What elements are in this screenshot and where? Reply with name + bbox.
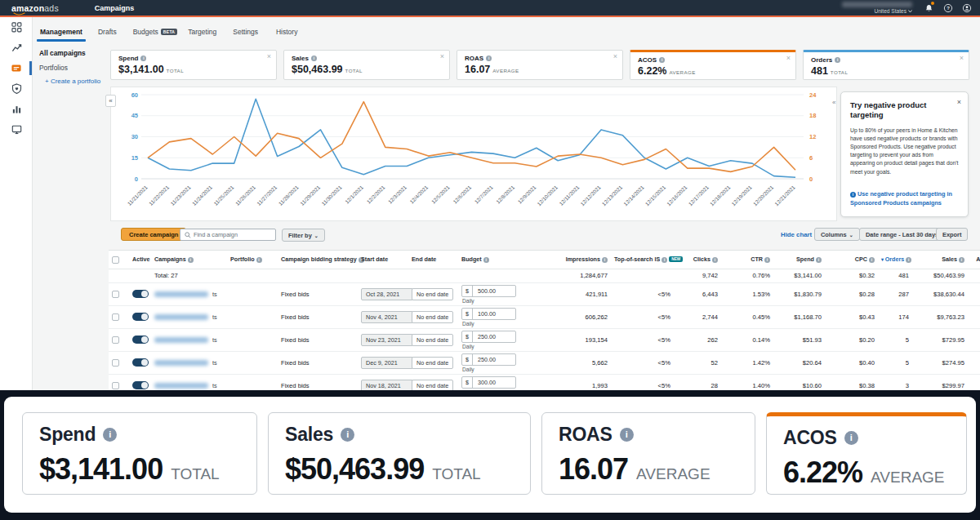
column-header-portfolio[interactable]: Portfolio i bbox=[227, 251, 278, 269]
tab-management[interactable]: Management bbox=[40, 28, 82, 36]
start-date-field[interactable]: Nov 18, 2021 bbox=[361, 380, 413, 391]
filter-by-button[interactable]: Filter by⌄ bbox=[282, 229, 325, 242]
info-icon[interactable]: i bbox=[659, 57, 665, 63]
budget-field[interactable]: $100.00 bbox=[461, 308, 516, 320]
column-header-cpc[interactable]: CPC i bbox=[825, 251, 878, 269]
info-icon[interactable]: i bbox=[869, 257, 875, 263]
date-range-button[interactable]: Date range - Last 30 days bbox=[859, 228, 945, 241]
tab-drafts[interactable]: Drafts bbox=[98, 28, 117, 36]
budget-field[interactable]: $250.00 bbox=[461, 331, 516, 343]
column-header-budget[interactable]: Budget i bbox=[458, 251, 562, 269]
info-icon[interactable]: i bbox=[835, 57, 840, 63]
column-header-impressions[interactable]: Impressions i bbox=[562, 251, 611, 269]
info-icon[interactable]: i bbox=[602, 257, 608, 263]
close-icon[interactable]: × bbox=[786, 55, 791, 62]
budget-field[interactable]: $250.00 bbox=[461, 353, 516, 366]
info-icon[interactable]: i bbox=[483, 257, 489, 263]
column-header-start-date[interactable]: Start date bbox=[358, 251, 408, 269]
budget-field[interactable]: $500.00 bbox=[461, 285, 516, 297]
info-icon[interactable]: i bbox=[712, 257, 718, 263]
metric-card-sales[interactable]: Salesi $50,463.99TOTAL × bbox=[283, 50, 450, 80]
info-icon[interactable]: i bbox=[256, 257, 262, 263]
campaign-name-redacted[interactable] bbox=[154, 291, 208, 297]
promo-collapse-icon[interactable]: « bbox=[832, 99, 835, 106]
info-icon[interactable]: i bbox=[311, 56, 317, 61]
select-all-checkbox[interactable] bbox=[112, 256, 119, 264]
metric-card-spend[interactable]: Spendi $3,141.00TOTAL × bbox=[110, 50, 277, 80]
info-icon[interactable]: i bbox=[906, 257, 911, 263]
close-icon[interactable]: × bbox=[960, 55, 964, 62]
metric-card-orders[interactable]: Ordersi 481TOTAL × bbox=[803, 50, 969, 80]
start-date-field[interactable]: Nov 23, 2021 bbox=[361, 334, 413, 346]
close-icon[interactable]: × bbox=[440, 53, 444, 60]
start-date-field[interactable]: Nov 4, 2021 bbox=[361, 311, 413, 323]
info-icon[interactable]: i bbox=[816, 257, 822, 263]
account-profile-icon[interactable] bbox=[961, 2, 972, 13]
column-header-acos[interactable]: ACOS bbox=[968, 251, 980, 269]
campaign-active-toggle[interactable] bbox=[132, 358, 149, 367]
column-header-end-date[interactable]: End date bbox=[408, 251, 458, 269]
chart-collapse-button[interactable]: « bbox=[105, 95, 116, 107]
recommendation-link[interactable]: iUse negative product targeting in Spons… bbox=[850, 190, 961, 208]
sidebar-item-campaigns[interactable] bbox=[0, 58, 33, 78]
region-selector[interactable]: United States bbox=[874, 8, 912, 14]
tab-settings[interactable]: Settings bbox=[233, 28, 258, 36]
create-campaign-button[interactable]: Create campaign bbox=[121, 228, 186, 241]
column-header-active[interactable]: Active bbox=[129, 251, 151, 269]
column-header-orders[interactable]: ▾ Orders i bbox=[878, 251, 912, 269]
campaign-active-toggle[interactable] bbox=[132, 381, 149, 389]
sidebar-item-access[interactable] bbox=[0, 119, 33, 140]
column-header-spend[interactable]: Spend i bbox=[773, 251, 825, 269]
info-icon[interactable]: i bbox=[959, 257, 964, 263]
info-icon[interactable]: i bbox=[662, 257, 667, 263]
metric-card-acos[interactable]: ACOSi 6.22%AVERAGE × bbox=[630, 50, 796, 80]
notifications-bell-icon[interactable] bbox=[924, 2, 934, 13]
sidebar-item-portfolios[interactable]: Portfolios bbox=[39, 64, 109, 72]
campaign-name-redacted[interactable] bbox=[154, 360, 208, 366]
columns-button[interactable]: Columns⌄ bbox=[814, 228, 860, 241]
budget-field[interactable]: $300.00 bbox=[461, 376, 516, 389]
campaign-name-redacted[interactable] bbox=[154, 314, 208, 320]
sidebar-item-performance[interactable] bbox=[0, 38, 33, 58]
sidebar-item-brand-safety[interactable] bbox=[0, 78, 33, 99]
end-date-field[interactable]: No end date bbox=[412, 288, 453, 300]
campaign-name-redacted[interactable] bbox=[154, 337, 208, 343]
column-header-top-of-search-is[interactable]: Top-of-search IS iNEW bbox=[611, 251, 674, 269]
info-icon[interactable]: i bbox=[486, 56, 492, 61]
start-date-field[interactable]: Dec 9, 2021 bbox=[361, 357, 413, 369]
start-date-field[interactable]: Oct 28, 2021 bbox=[361, 288, 413, 300]
row-checkbox[interactable] bbox=[112, 336, 119, 344]
column-header-sales[interactable]: Sales i bbox=[912, 251, 968, 269]
row-checkbox[interactable] bbox=[112, 313, 119, 321]
search-input[interactable] bbox=[194, 231, 271, 238]
end-date-field[interactable]: No end date bbox=[412, 334, 453, 346]
tab-budgets[interactable]: BudgetsBETA bbox=[133, 28, 178, 36]
account-switcher[interactable]: United States bbox=[842, 2, 912, 14]
close-icon[interactable]: × bbox=[613, 53, 617, 60]
hide-chart-link[interactable]: Hide chart bbox=[781, 231, 812, 238]
row-checkbox[interactable] bbox=[112, 359, 119, 367]
end-date-field[interactable]: No end date bbox=[412, 311, 453, 323]
sidebar-item-reports[interactable] bbox=[0, 99, 33, 119]
info-icon[interactable]: i bbox=[764, 257, 770, 263]
end-date-field[interactable]: No end date bbox=[412, 380, 453, 391]
campaign-active-toggle[interactable] bbox=[132, 313, 149, 321]
row-checkbox[interactable] bbox=[112, 291, 119, 298]
campaign-search[interactable] bbox=[180, 229, 276, 241]
create-portfolio-link[interactable]: + Create a portfolio bbox=[39, 78, 109, 85]
row-checkbox[interactable] bbox=[112, 382, 119, 389]
sidebar-item-all-campaigns[interactable]: All campaigns bbox=[39, 49, 109, 57]
campaign-active-toggle[interactable] bbox=[132, 290, 149, 298]
metric-card-roas[interactable]: ROASi 16.07AVERAGE × bbox=[457, 50, 623, 80]
info-icon[interactable]: i bbox=[140, 56, 146, 61]
end-date-field[interactable]: No end date bbox=[412, 357, 453, 369]
column-header-campaign-bidding-strategy[interactable]: Campaign bidding strategy i bbox=[278, 251, 358, 269]
sidebar-item-home[interactable] bbox=[0, 17, 33, 38]
close-icon[interactable]: × bbox=[957, 99, 961, 106]
info-icon[interactable]: i bbox=[188, 257, 194, 263]
campaign-active-toggle[interactable] bbox=[132, 336, 149, 344]
close-icon[interactable]: × bbox=[267, 53, 271, 60]
help-icon[interactable]: ? bbox=[942, 2, 953, 13]
export-button[interactable]: Export bbox=[936, 228, 968, 241]
tab-targeting[interactable]: Targeting bbox=[188, 28, 216, 36]
